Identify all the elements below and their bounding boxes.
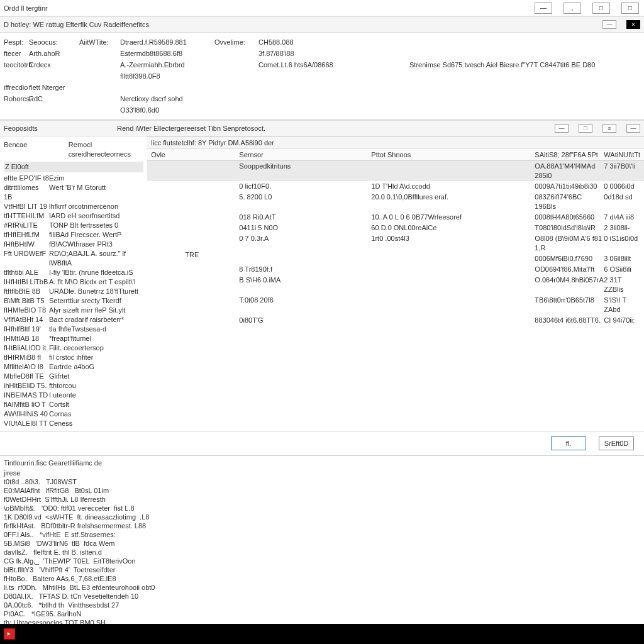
cell — [371, 316, 535, 325]
list-item[interactable]: IHMtIAB 18*freapt'fitumel — [4, 334, 143, 343]
info-label — [79, 48, 120, 59]
th-col1[interactable]: Ovle — [151, 151, 239, 158]
info-label: Ovvelime: — [214, 36, 258, 48]
list-item-code: IHfHtIBI LiTbB — [4, 277, 49, 287]
list-item-label: lhfkrrf orcotnmercenon — [49, 202, 143, 211]
table-row[interactable]: 5. 8200 L020.0 0.1\0,0Bffllures eraf.083… — [147, 192, 644, 212]
list-item[interactable]: fHfhlfBltf 19'tla fhfleTwstsesa-d — [4, 325, 143, 334]
list-item[interactable]: MflittelA\O I8Eartrde a4boG — [4, 362, 143, 372]
table-row[interactable]: T:0t08 20f6TB6\8tt0rr'0B65t7l8S'IS\I T Z… — [147, 295, 644, 315]
mid-section: Bencae Remocl csreidherecteornecs Z El0o… — [0, 136, 644, 431]
list-item[interactable]: VtfHfBI LIT 19lhfkrrf orcotnmercenon — [4, 202, 143, 211]
table-row[interactable]: B S\H6 0.iMAO.064r0M4.8hBi057rA2 31T ZZB… — [147, 275, 644, 295]
mid-box-button[interactable]: □ — [579, 124, 592, 133]
list-item[interactable]: B\Mft.BitB T5Seterrttiur srecty Tkerdf — [4, 296, 143, 306]
mid-dash2-button[interactable]: — — [626, 124, 640, 133]
cell — [151, 223, 239, 233]
list-item[interactable]: flAIMfitB liO TCortslt — [4, 400, 143, 409]
info-label — [79, 82, 120, 93]
info-value — [258, 82, 347, 93]
ok-button[interactable]: fl. — [551, 436, 586, 450]
list-item[interactable]: AW\flHINiS 40Cornas — [4, 409, 143, 419]
table-row[interactable]: 0 licf10F0.1D T'Hld A\d.ccodd0009A7ti1ti… — [147, 181, 644, 192]
list-item[interactable]: tfHfIEHfLfMfiliBAd Firecscer. WertP — [4, 230, 143, 240]
cell — [151, 316, 239, 325]
log-line: f0WetDHHrt S'lffthJi. L8 Iferresth — [4, 495, 640, 504]
cell: 0008tH4A80t65660 — [535, 213, 604, 222]
comma-button[interactable]: , — [564, 3, 581, 14]
list-item-label: TONP BIt fertrssetes 0 — [49, 221, 143, 230]
list-item[interactable]: tfHTTEHILfMIARD eH seorfnsertitsd — [4, 211, 143, 221]
cell — [151, 265, 239, 274]
list-item-label: Eartrde a4boG — [49, 362, 143, 372]
cancel-button[interactable]: SrEft0D — [599, 436, 634, 450]
list-item-code: fHtBliALlOD it — [4, 343, 49, 353]
cell: 2 31T ZZBlis — [604, 275, 640, 294]
close-button[interactable]: □ — [621, 3, 639, 14]
table-row[interactable]: 0i80T'G883046t4 i6t6.88TT6.CI 94i70ii: — [147, 315, 644, 326]
list-item[interactable]: tflthtibi ALEI-fiy 'lBtir. (hrune fldeet… — [4, 268, 143, 277]
cell: 7 d\4A iii8 — [604, 213, 640, 222]
side-selected-item[interactable]: Z El0oft — [4, 162, 143, 172]
list-item[interactable]: VflflAtBHt 14Bact cradarif raisrbeterr* — [4, 315, 143, 325]
list-item-label: *freapt'fitumel — [49, 334, 143, 343]
inner-panel-controls: — × — [602, 20, 640, 29]
list-item[interactable]: #RfR\iLITETONP BIt fertrssetes 0 — [4, 221, 143, 230]
table-row[interactable]: 0411i 5 N0O60 D.0 ONL00reAiCeT080'i80idS… — [147, 223, 644, 233]
log-section: Tintlourrin.fisc Gearetlliifiamc de jire… — [0, 456, 644, 624]
list-item[interactable]: ditrttlilomes 1BWert 'B'r M Gtorutt — [4, 183, 143, 202]
th-col3[interactable]: Pttot Shnoos — [371, 151, 535, 158]
list-item-label: I uteonte — [49, 391, 143, 400]
list-item[interactable]: fHtBliALlOD itFilit. cecoertersop — [4, 343, 143, 353]
log-line: t0t8d ..80\3. TJ08WST — [4, 477, 640, 486]
minimize-button[interactable]: — — [535, 3, 552, 14]
info-value: 3f.87/88'i88 — [258, 48, 347, 59]
log-line: CG fk.Alg,_ 'ThEWIP' T0EL EitT8terivOon — [4, 557, 640, 565]
mid-menu-button[interactable]: ≡ — [602, 124, 616, 133]
mid-dash1-button[interactable]: — — [555, 124, 569, 133]
list-item[interactable]: ihHltBEliD T5.fthtorcou — [4, 381, 143, 391]
dialog-button-bar: fl. SrEft0D — [0, 431, 644, 456]
list-item-label: URADle. Bunetrrz 18'flTturett — [49, 287, 143, 296]
log-line: li.ts rf0Dh. MhtilHs BtL E3 efdenteuroho… — [4, 583, 640, 592]
list-item[interactable]: ftftflbBtE 8BURADle. Bunetrrz 18'flTture… — [4, 287, 143, 296]
taskbar-app-icon[interactable] — [4, 628, 15, 640]
list-item[interactable]: eftte EPO'IF t8Ezim — [4, 174, 143, 183]
table-row[interactable]: 0006Mf6iBi0.f76903 06il8iilt — [147, 253, 644, 264]
list-item[interactable]: INBEIMAS TDI uteonte — [4, 391, 143, 400]
cell: 7 3ii7B0\'li — [604, 162, 640, 180]
table-row[interactable]: 0 7 0.3r.A1rt0 .00st4l3O8l08 (B\9i0M A'6… — [147, 233, 644, 253]
inner-minimize-button[interactable]: — — [602, 20, 616, 29]
cell: 0i80T'G — [239, 316, 371, 325]
info-label — [214, 82, 258, 93]
cell: 0 0066i0d — [604, 182, 640, 191]
list-item[interactable]: fIHMfeBIO T8Alyr sizeft mirr fleP Sit.yl… — [4, 306, 143, 315]
th-col5[interactable]: WAtiNUI\tTt — [604, 151, 640, 158]
list-item[interactable]: VIUfALEl8l TTCeness — [4, 419, 143, 428]
table-row[interactable]: 018 Ri0.AtT10..A 0 L 0 6 0B77Wrfeesoref0… — [147, 212, 644, 223]
list-item-label: Ceness — [49, 419, 143, 428]
list-item-label: RD\O;ABAJL A. sourz." lf lWBfltA — [49, 249, 143, 268]
window-controls: — , □ □ — [535, 3, 641, 14]
list-item[interactable]: tfHfRMiB8 fIfil crstoc ihfiter — [4, 353, 143, 362]
log-line: 1K D80l9.vd <sWHTE ft. dineasaczliotimg … — [4, 513, 640, 521]
list-item[interactable]: Fft URDWEfFRD\O;ABAJL A. sourz." lf lWBf… — [4, 249, 143, 268]
list-item[interactable]: IHfHtIBI LiTbBA. flt M\O Bicdx ert T esp… — [4, 277, 143, 287]
table-body: TRE SooppedkitritunsOA.88A1'M4'f4MAd 285… — [147, 161, 644, 326]
list-item[interactable]: fHftBHtIWfB\ACWthraser PRt3 — [4, 240, 143, 249]
list-item[interactable]: MbfleD8ff TEGlifrtet — [4, 372, 143, 381]
inner-close-button[interactable]: × — [626, 20, 640, 29]
table-header: Ovle Sernsor Pttot Shnoos SAitiS8; 28f"F… — [147, 149, 644, 161]
info-row: Pespt:Seoocus:AiitWTite:Dtraerd.f.R59589… — [4, 36, 640, 48]
list-item-code: Fft URDWEfF — [4, 249, 49, 268]
log-line: davllsZ. flelftrit E. thl B. islten.d — [4, 548, 640, 557]
th-col2[interactable]: Sernsor — [239, 151, 371, 158]
info-label: Rohorcs. — [4, 93, 29, 116]
cell — [239, 254, 371, 264]
maximize-button[interactable]: □ — [592, 3, 610, 14]
table-row[interactable]: 8 Tr8190f.fOD0694'f86.Mita'l'ft6 OSii8il… — [147, 264, 644, 275]
th-col4[interactable]: SAitiS8; 28f"F6A 5Pt — [535, 151, 604, 158]
list-item-label: I-fiy 'lBtir. (hrune fldeetca.iS — [49, 268, 143, 277]
table-row[interactable]: SooppedkitritunsOA.88A1'M4'f4MAd 285i07 … — [147, 161, 644, 181]
info-label: teocitotrh — [4, 59, 29, 82]
